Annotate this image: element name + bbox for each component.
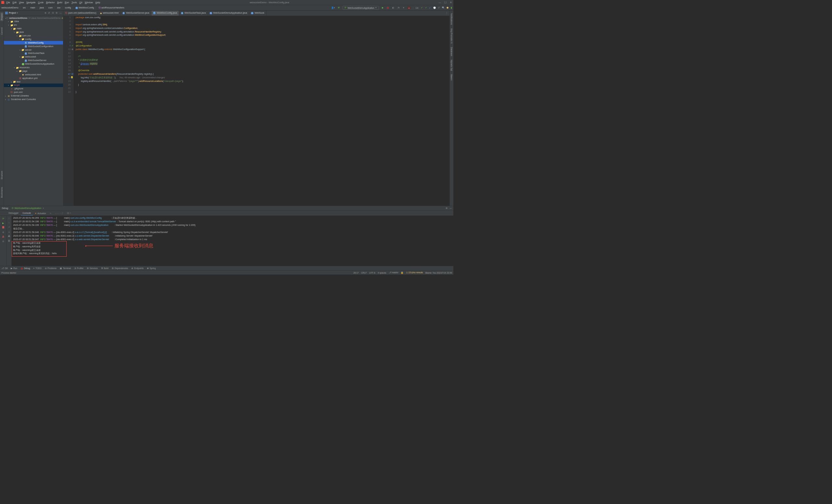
breadcrumb-item[interactable]: java bbox=[40, 6, 44, 9]
tree-item[interactable]: WebSocketTask bbox=[28, 52, 45, 55]
code-line[interactable]: /** bbox=[76, 55, 448, 58]
bottom-problems[interactable]: ⊘Problems bbox=[45, 267, 56, 270]
editor-tab[interactable]: Ⓜpom.xml (websocketDemo) bbox=[63, 11, 99, 16]
menu-window[interactable]: Window bbox=[85, 1, 93, 4]
code-line[interactable]: package com.zsx.config; bbox=[76, 16, 448, 20]
bottom-toolbar[interactable]: ⎇Git▶Run🐞Debug≡TODO⊘Problems▣Terminal◔Pr… bbox=[0, 266, 453, 270]
menu-refactor[interactable]: Refactor bbox=[46, 1, 55, 4]
menu-navigate[interactable]: Navigate bbox=[26, 1, 35, 4]
pause-icon[interactable] bbox=[2, 226, 4, 229]
code-line[interactable]: @Slf4j bbox=[76, 41, 448, 44]
plugin-icon[interactable]: ▮ bbox=[451, 6, 452, 9]
expand-all-icon[interactable]: ⇵ bbox=[48, 12, 50, 14]
right-tool-mybatis-sql[interactable]: Mybatis Sql bbox=[450, 58, 453, 72]
menu-help[interactable]: Help bbox=[96, 1, 100, 4]
editor-tab[interactable]: CWebSock bbox=[249, 11, 266, 16]
code-line[interactable] bbox=[76, 87, 448, 90]
tree-item[interactable]: Scratches and Consoles bbox=[11, 98, 36, 101]
code-line[interactable]: @Override bbox=[76, 69, 448, 73]
rerun-icon[interactable]: ⟳ bbox=[2, 217, 4, 220]
encoding[interactable]: UTF-8 bbox=[369, 272, 375, 274]
blame[interactable]: Blame: You 2023/7/19 23:59 bbox=[425, 272, 452, 274]
tree-item[interactable]: java bbox=[20, 31, 24, 33]
code-line[interactable]: } bbox=[76, 90, 448, 94]
bottom-endpoints[interactable]: ⊕Endpoints bbox=[131, 267, 144, 270]
menu-code[interactable]: Code bbox=[38, 1, 44, 4]
stop-icon[interactable]: ■ bbox=[408, 6, 411, 9]
bottom-terminal[interactable]: ▣Terminal bbox=[60, 267, 71, 270]
code-line[interactable]: import org.springframework.web.servlet.c… bbox=[76, 33, 448, 37]
breadcrumb-item[interactable]: com bbox=[48, 6, 53, 9]
code-line[interactable]: * 设置静态资源映射 bbox=[76, 58, 448, 62]
mute-breakpoints-icon[interactable]: ⊝ bbox=[2, 240, 4, 243]
code-line[interactable]: */ bbox=[76, 65, 448, 69]
menu-edit[interactable]: Edit bbox=[13, 1, 17, 4]
project-tree[interactable]: ▾▢websocketDemoD:\Java Demo\websocketDem… bbox=[4, 16, 63, 206]
view-breakpoints-icon[interactable]: 🖶 bbox=[2, 236, 4, 238]
code-line[interactable]: } bbox=[76, 83, 448, 87]
menu-tools[interactable]: Tools bbox=[72, 1, 77, 4]
tree-item[interactable]: application.yml bbox=[22, 77, 38, 80]
indent[interactable]: 4 spaces bbox=[378, 272, 386, 274]
menu-git[interactable]: Git bbox=[79, 1, 82, 4]
breadcrumb-item[interactable]: src bbox=[23, 6, 26, 9]
right-tool-key-promoter-x[interactable]: Key Promoter X bbox=[450, 28, 453, 45]
debug-icon[interactable]: 🐞 bbox=[386, 6, 390, 9]
coverage-icon[interactable]: ◐ bbox=[392, 6, 395, 9]
bottom-build[interactable]: ⚒Build bbox=[101, 267, 108, 270]
debug-hide-icon[interactable]: — bbox=[449, 207, 452, 210]
git-push-icon[interactable]: ✓ bbox=[425, 6, 427, 9]
tree-item-selected[interactable]: WebMvcConfig bbox=[28, 42, 44, 44]
tree-item[interactable]: resources bbox=[20, 66, 30, 69]
menu-view[interactable]: View bbox=[19, 1, 24, 4]
code-line[interactable]: public class WebMvcConfig extends WebMvc… bbox=[76, 48, 448, 51]
code-line[interactable] bbox=[76, 51, 448, 55]
console-output[interactable]: 2023-07-20 00:51:54.059 INFO 59476 --- [… bbox=[12, 216, 453, 266]
tree-item[interactable]: src bbox=[14, 24, 17, 26]
breadcrumb-item[interactable]: main bbox=[30, 6, 35, 9]
code-line[interactable]: import lombok.extern.slf4j.Slf4j; bbox=[76, 23, 448, 27]
tree-item[interactable]: server bbox=[25, 49, 31, 51]
line-separator[interactable]: CRLF bbox=[361, 272, 367, 274]
console-tab[interactable]: Console bbox=[21, 211, 33, 215]
breadcrumb[interactable]: websocketDemo〉src〉main〉java〉com〉zsx〉conf… bbox=[1, 6, 124, 9]
editor-tab[interactable]: CWebSocketTask.java bbox=[179, 11, 208, 16]
lock-icon[interactable]: 🔒 bbox=[401, 271, 403, 274]
user-icon[interactable]: 👤▾ bbox=[331, 6, 335, 9]
breadcrumb-item[interactable]: zsx bbox=[57, 6, 61, 9]
tree-item[interactable]: page bbox=[22, 70, 28, 73]
structure-tool-tab[interactable]: Structure bbox=[0, 169, 3, 180]
caret-pos[interactable]: 28:17 bbox=[353, 272, 359, 274]
editor-tab[interactable]: ◆websocket.html bbox=[98, 11, 121, 16]
tree-item[interactable]: websocket bbox=[25, 56, 36, 58]
debug-settings-icon[interactable]: ⚙ bbox=[446, 207, 447, 210]
git-commit-icon[interactable]: ✓ bbox=[421, 6, 423, 9]
tree-item[interactable]: .gitignore bbox=[14, 87, 23, 90]
bookmarks-tool-tab[interactable]: Bookmarks bbox=[0, 186, 3, 198]
scroll-end-icon[interactable]: ⤓ bbox=[8, 230, 10, 233]
tree-item[interactable]: com.zsx bbox=[22, 34, 31, 37]
select-opened-icon[interactable]: ⊕ bbox=[45, 12, 47, 14]
debugger-tab[interactable]: Debugger bbox=[7, 211, 21, 215]
search-icon[interactable]: 🔍 bbox=[442, 6, 445, 9]
close-icon[interactable]: ✕ bbox=[450, 1, 452, 4]
tree-item[interactable]: WebSocketConfiguration bbox=[28, 45, 53, 48]
right-tool-maven[interactable]: Maven bbox=[450, 73, 453, 82]
soft-wrap-icon[interactable]: ⤶ bbox=[8, 226, 10, 229]
right-tool-database[interactable]: Database bbox=[450, 46, 453, 57]
tree-item[interactable]: .idea bbox=[14, 20, 19, 23]
bottom-debug[interactable]: 🐞Debug bbox=[21, 267, 30, 270]
editor-tab[interactable]: CWebMvcConfig.java bbox=[152, 11, 179, 16]
project-tool-tab[interactable]: Project bbox=[0, 12, 3, 21]
breadcrumb-class[interactable]: C WebMvcConfig bbox=[75, 6, 94, 9]
attach-icon[interactable]: ▾ bbox=[402, 6, 406, 9]
tree-item[interactable]: WebSocketDemoApplication bbox=[25, 63, 54, 65]
bottom-git[interactable]: ⎇Git bbox=[1, 267, 7, 270]
menu-run[interactable]: Run bbox=[65, 1, 69, 4]
tree-item[interactable]: External Libraries bbox=[11, 95, 29, 97]
git-branch[interactable]: ⎇ master bbox=[389, 271, 398, 274]
git-remote-status[interactable]: ⚠ 15 Δ/no remote bbox=[406, 271, 423, 274]
bottom-run[interactable]: ▶Run bbox=[11, 267, 17, 270]
editor-tab[interactable]: CWebSocketDemoApplication.java bbox=[208, 11, 249, 16]
git-history-icon[interactable]: 🕐 bbox=[433, 6, 436, 9]
